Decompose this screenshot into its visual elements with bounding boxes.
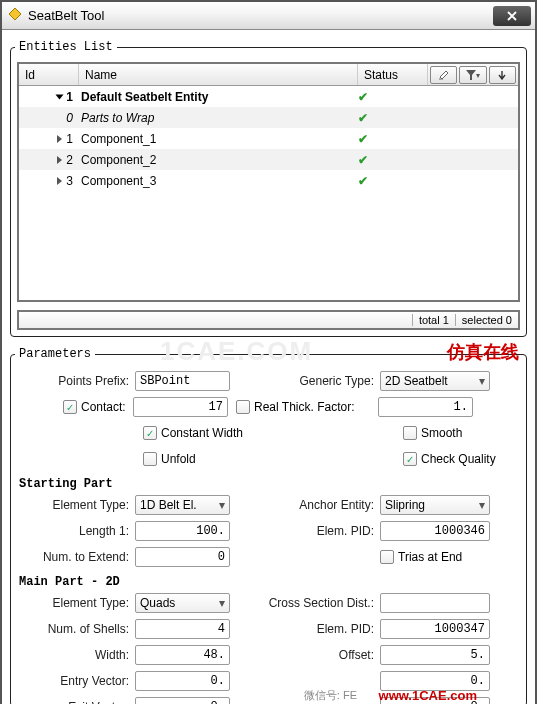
entities-list: Id Name Status ▾ 1 Default Seatbelt Enti… xyxy=(17,62,520,302)
expand-icon[interactable] xyxy=(56,94,64,99)
tree-row[interactable]: 0 Parts to Wrap ✔ xyxy=(19,107,518,128)
expand-icon[interactable] xyxy=(57,177,62,185)
tree-row[interactable]: 2 Component_2 ✔ xyxy=(19,149,518,170)
mp-width-label: Width: xyxy=(15,648,135,662)
tree-row[interactable]: 1 Default Seatbelt Entity ✔ xyxy=(19,86,518,107)
check-icon: ✔ xyxy=(358,132,368,146)
sp-anchor-label: Anchor Entity: xyxy=(230,498,380,512)
mp-exit2-input[interactable] xyxy=(380,697,490,704)
mp-shells-label: Num. of Shells: xyxy=(15,622,135,636)
check-icon: ✔ xyxy=(358,174,368,188)
list-header: Id Name Status ▾ xyxy=(19,64,518,86)
parameters-legend: Parameters xyxy=(15,347,95,361)
points-prefix-input[interactable] xyxy=(135,371,230,391)
col-status[interactable]: Status xyxy=(358,64,428,85)
eraser-button[interactable] xyxy=(430,66,457,84)
sp-element-type-label: Element Type: xyxy=(15,498,135,512)
sp-element-type-combo[interactable]: 1D Belt El.▾ xyxy=(135,495,230,515)
check-quality-checkbox[interactable]: ✓ xyxy=(403,452,417,466)
expand-icon[interactable] xyxy=(57,135,62,143)
main-part-header: Main Part - 2D xyxy=(19,575,522,589)
selected-label: selected 0 xyxy=(455,314,518,326)
mp-exit-input[interactable] xyxy=(135,697,230,704)
contact-input[interactable] xyxy=(133,397,228,417)
sp-num-extend-label: Num. to Extend: xyxy=(15,550,135,564)
expand-icon[interactable] xyxy=(57,156,62,164)
app-icon xyxy=(8,7,22,25)
sp-length1-label: Length 1: xyxy=(15,524,135,538)
mp-width-input[interactable] xyxy=(135,645,230,665)
smooth-checkbox[interactable] xyxy=(403,426,417,440)
mp-shells-input[interactable] xyxy=(135,619,230,639)
mp-element-type-label: Element Type: xyxy=(15,596,135,610)
sp-elem-pid-input[interactable] xyxy=(380,521,490,541)
generic-type-label: Generic Type: xyxy=(230,374,380,388)
check-icon: ✔ xyxy=(358,153,368,167)
contact-checkbox[interactable]: ✓ xyxy=(63,400,77,414)
list-rows: 1 Default Seatbelt Entity ✔ 0 Parts to W… xyxy=(19,86,518,300)
sp-trias-checkbox[interactable] xyxy=(380,550,394,564)
mp-cross-input[interactable] xyxy=(380,593,490,613)
filter-button[interactable]: ▾ xyxy=(459,66,486,84)
unfold-label: Unfold xyxy=(157,452,267,466)
mp-cross-label: Cross Section Dist.: xyxy=(230,596,380,610)
col-name[interactable]: Name xyxy=(79,64,358,85)
mp-elem-pid-label: Elem. PID: xyxy=(230,622,380,636)
generic-type-combo[interactable]: 2D Seatbelt▾ xyxy=(380,371,490,391)
mp-entry-input[interactable] xyxy=(135,671,230,691)
tree-row[interactable]: 1 Component_1 ✔ xyxy=(19,128,518,149)
col-id[interactable]: Id xyxy=(19,64,79,85)
points-prefix-label: Points Prefix: xyxy=(15,374,135,388)
sp-num-extend-input[interactable] xyxy=(135,547,230,567)
parameters-fieldset: Parameters Points Prefix: Generic Type: … xyxy=(10,347,527,704)
sp-anchor-combo[interactable]: Slipring▾ xyxy=(380,495,490,515)
unfold-checkbox[interactable] xyxy=(143,452,157,466)
smooth-label: Smooth xyxy=(417,426,462,440)
mp-offset-label: Offset: xyxy=(230,648,380,662)
check-icon: ✔ xyxy=(358,90,368,104)
mp-entry2-input[interactable] xyxy=(380,671,490,691)
status-bar: total 1 selected 0 xyxy=(17,310,520,330)
check-icon: ✔ xyxy=(358,111,368,125)
real-thick-label: Real Thick. Factor: xyxy=(250,400,378,414)
total-label: total 1 xyxy=(412,314,455,326)
svg-marker-0 xyxy=(9,8,21,20)
mp-element-type-combo[interactable]: Quads▾ xyxy=(135,593,230,613)
svg-marker-1 xyxy=(466,70,476,80)
close-button[interactable] xyxy=(493,6,531,26)
constant-width-checkbox[interactable]: ✓ xyxy=(143,426,157,440)
contact-label: Contact: xyxy=(77,400,133,414)
constant-width-label: Constant Width xyxy=(157,426,267,440)
tree-row[interactable]: 3 Component_3 ✔ xyxy=(19,170,518,191)
window-title: SeatBelt Tool xyxy=(28,8,104,23)
entities-fieldset: Entities List Id Name Status ▾ 1 Default xyxy=(10,40,527,337)
starting-part-header: Starting Part xyxy=(19,477,522,491)
mp-elem-pid-input[interactable] xyxy=(380,619,490,639)
entities-legend: Entities List xyxy=(15,40,117,54)
check-quality-label: Check Quality xyxy=(417,452,496,466)
mp-entry-label: Entry Vector: xyxy=(15,674,135,688)
sp-trias-label: Trias at End xyxy=(394,550,462,564)
sp-length1-input[interactable] xyxy=(135,521,230,541)
mp-offset-input[interactable] xyxy=(380,645,490,665)
real-thick-checkbox[interactable] xyxy=(236,400,250,414)
real-thick-input[interactable] xyxy=(378,397,473,417)
mp-exit-label: Exit Vector: xyxy=(15,700,135,704)
titlebar: SeatBelt Tool xyxy=(2,2,535,30)
down-button[interactable] xyxy=(489,66,516,84)
sp-elem-pid-label: Elem. PID: xyxy=(230,524,380,538)
